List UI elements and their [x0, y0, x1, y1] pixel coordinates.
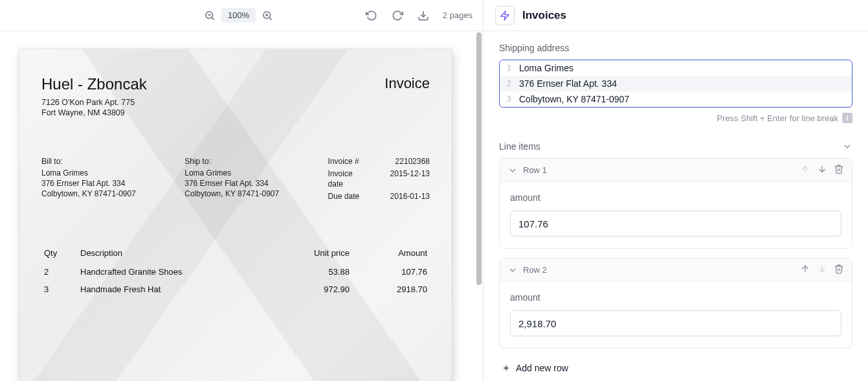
- delete-row-button[interactable]: [834, 164, 844, 176]
- bill-to-line1: 376 Ernser Flat Apt. 334: [41, 178, 184, 189]
- zoom-in-button[interactable]: [258, 6, 276, 25]
- invoice-date: 2015-12-13: [390, 168, 430, 189]
- fields-panel: Invoices Shipping address 1 Loma Grimes …: [484, 0, 868, 381]
- ship-to-line1: 376 Ernser Flat Apt. 334: [184, 178, 328, 189]
- table-row: 2 Handcrafted Granite Shoes 53.88 107.76: [41, 264, 430, 282]
- line-item-row: Row 1 amount: [499, 158, 852, 249]
- bill-to-block: Bill to: Loma Grimes 376 Ernser Flat Apt…: [41, 156, 184, 202]
- invoice-meta: Invoice # 22102368 Invoice date 2015-12-…: [328, 156, 430, 202]
- shipping-address-input[interactable]: 1 Loma Grimes 2 376 Ernser Flat Apt. 334…: [499, 60, 852, 108]
- redo-button[interactable]: [388, 6, 406, 25]
- col-qty: Qty: [41, 244, 78, 264]
- line-number: 3: [500, 95, 517, 104]
- item-desc: Handmade Fresh Hat: [78, 282, 274, 299]
- zoom-level[interactable]: 100%: [221, 8, 256, 23]
- document-toolbar: 100% 2 pages: [0, 0, 483, 31]
- company-name: Huel - Zboncak: [41, 75, 147, 93]
- redo-icon: [392, 10, 403, 21]
- bill-to-name: Loma Grimes: [41, 168, 184, 178]
- arrow-down-icon: [817, 164, 827, 174]
- scrollbar-thumb[interactable]: [476, 32, 482, 285]
- bill-to-line2: Colbytown, KY 87471-0907: [41, 189, 184, 199]
- hint-text: Press Shift + Enter for line break: [717, 113, 838, 123]
- line-items-label: Line items: [499, 141, 540, 152]
- move-up-button: [800, 164, 810, 176]
- invoice-number-label: Invoice #: [328, 156, 368, 167]
- document-page: Huel - Zboncak 7126 O'Kon Park Apt. 775 …: [19, 49, 452, 381]
- chevron-down-icon: [507, 265, 518, 275]
- item-unit-price: 53.88: [274, 264, 352, 282]
- row-header[interactable]: Row 1: [500, 159, 852, 182]
- move-down-button[interactable]: [817, 164, 827, 176]
- document-viewer-panel: 100% 2 pages Huel - Zboncak: [0, 0, 484, 381]
- item-qty: 2: [41, 264, 78, 282]
- ship-to-line2: Colbytown, KY 87471-0907: [184, 189, 328, 199]
- undo-icon: [366, 10, 377, 21]
- zoom-out-button[interactable]: [201, 6, 219, 25]
- ship-to-label: Ship to:: [184, 156, 328, 167]
- table-row: 3 Handmade Fresh Hat 972.90 2918.70: [41, 282, 430, 299]
- amount-label: amount: [510, 292, 841, 303]
- line-item-row: Row 2 amount: [499, 258, 852, 349]
- trash-icon: [834, 164, 844, 174]
- document-viewport[interactable]: Huel - Zboncak 7126 O'Kon Park Apt. 775 …: [0, 31, 483, 381]
- row-label: Row 1: [523, 165, 547, 175]
- due-date: 2016-01-13: [390, 191, 430, 202]
- address-line: Colbytown, KY 87471-0907: [517, 94, 629, 104]
- page-count: 2 pages: [443, 10, 473, 20]
- panel-body: Shipping address 1 Loma Grimes 2 376 Ern…: [484, 31, 868, 381]
- app-icon-box: [495, 6, 515, 25]
- download-icon: [417, 10, 429, 21]
- input-hint: Press Shift + Enter for line break i: [499, 113, 852, 123]
- panel-title: Invoices: [522, 9, 566, 22]
- line-items-section-header[interactable]: Line items: [499, 141, 852, 152]
- amount-field[interactable]: [510, 310, 841, 336]
- amount-field[interactable]: [510, 211, 841, 237]
- due-date-label: Due date: [328, 191, 368, 202]
- svg-line-1: [212, 17, 214, 19]
- item-qty: 3: [41, 282, 78, 299]
- trash-icon: [834, 264, 844, 274]
- invoice-date-label: Invoice date: [328, 168, 368, 189]
- invoice-number: 22102368: [390, 156, 430, 167]
- svg-line-4: [270, 17, 272, 19]
- item-unit-price: 972.90: [274, 282, 352, 299]
- move-down-button: [817, 264, 827, 276]
- ship-to-name: Loma Grimes: [184, 168, 328, 178]
- arrow-up-icon: [800, 164, 810, 174]
- download-button[interactable]: [414, 6, 432, 25]
- svg-marker-8: [501, 11, 509, 19]
- delete-row-button[interactable]: [834, 264, 844, 276]
- item-amount: 107.76: [352, 264, 430, 282]
- ship-to-block: Ship to: Loma Grimes 376 Ernser Flat Apt…: [184, 156, 328, 202]
- address-line: Loma Grimes: [517, 63, 573, 73]
- document-title: Invoice: [384, 75, 430, 92]
- scrollbar[interactable]: [476, 32, 482, 376]
- plus-icon: [502, 364, 511, 373]
- bill-to-label: Bill to:: [41, 156, 184, 167]
- panel-header: Invoices: [484, 0, 868, 31]
- col-description: Description: [78, 244, 274, 264]
- chevron-down-icon: [507, 165, 518, 176]
- line-number: 2: [500, 79, 517, 88]
- info-icon: i: [842, 113, 852, 123]
- line-items-table: Qty Description Unit price Amount 2 Hand…: [41, 244, 430, 299]
- col-unit-price: Unit price: [274, 244, 352, 264]
- row-header[interactable]: Row 2: [500, 259, 852, 282]
- line-number: 1: [500, 64, 517, 73]
- amount-label: amount: [510, 192, 841, 203]
- arrow-down-icon: [817, 264, 827, 274]
- undo-button[interactable]: [362, 6, 381, 25]
- item-amount: 2918.70: [352, 282, 430, 299]
- bolt-icon: [500, 10, 510, 21]
- add-row-button[interactable]: Add new row: [499, 358, 571, 378]
- row-label: Row 2: [523, 265, 547, 275]
- chevron-down-icon: [842, 141, 852, 152]
- address-line: 376 Ernser Flat Apt. 334: [517, 78, 617, 89]
- move-up-button[interactable]: [800, 264, 810, 276]
- add-row-label: Add new row: [516, 363, 568, 373]
- company-address-line2: Fort Wayne, NM 43809: [41, 108, 147, 118]
- item-desc: Handcrafted Granite Shoes: [78, 264, 274, 282]
- arrow-up-icon: [800, 264, 810, 274]
- shipping-address-label: Shipping address: [499, 43, 852, 53]
